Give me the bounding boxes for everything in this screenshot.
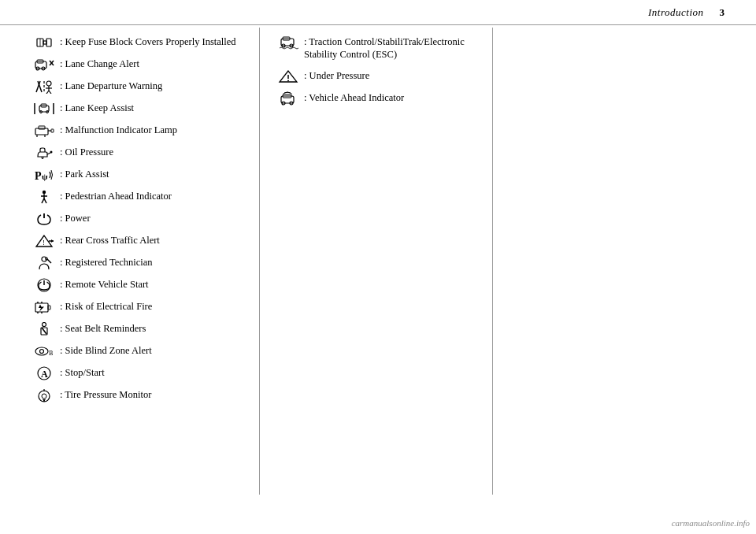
list-item: : Keep Fuse Block Covers Properly Instal…	[32, 35, 247, 50]
svg-marker-42	[51, 239, 54, 243]
list-item: A : Stop/Start	[32, 366, 247, 380]
lane-departure-label: : Lane Departure Warning	[60, 80, 162, 92]
blind-zone-label: : Side Blind Zone Alert	[60, 344, 152, 357]
svg-text:ψ: ψ	[42, 172, 48, 181]
svg-rect-27	[51, 129, 54, 132]
fuse-icon	[32, 35, 57, 50]
lane-departure-warning-icon	[32, 80, 57, 94]
svg-point-57	[40, 350, 44, 354]
seat-belt-icon	[32, 322, 57, 336]
park-assist-label: : Park Assist	[60, 168, 109, 180]
oil-pressure-icon	[32, 146, 57, 160]
under-pressure-label: : Under Pressure	[304, 69, 369, 82]
lane-keep-label: : Lane Keep Assist	[60, 102, 134, 114]
seat-belt-label: : Seat Belt Reminders	[60, 322, 146, 335]
svg-line-38	[44, 198, 46, 203]
svg-point-34	[43, 191, 46, 194]
list-item: : Under Pressure	[276, 69, 492, 83]
page-header: Introduction 3	[0, 0, 756, 25]
list-item: : Malfunction Indicator Lamp	[32, 124, 247, 138]
svg-line-17	[49, 91, 51, 94]
registered-technician-icon	[32, 256, 57, 270]
list-item: : Oil Pressure	[32, 146, 247, 160]
list-item: : Vehicle Ahead Indicator	[276, 91, 492, 106]
registered-technician-label: : Registered Technician	[60, 256, 153, 269]
third-column	[493, 28, 725, 495]
under-pressure-icon	[276, 69, 301, 83]
svg-point-72	[287, 80, 289, 81]
list-item: ! : Rear Cross Traffic Alert	[32, 234, 247, 248]
lane-change-label: : Lane Change Alert	[60, 57, 139, 70]
list-item: : Lane Change Alert	[32, 57, 247, 72]
lane-change-alert-icon	[32, 57, 57, 72]
list-item: : Lane Departure Warning	[32, 80, 247, 94]
list-item: B : Side Blind Zone Alert	[32, 344, 247, 358]
malfunction-indicator-icon	[32, 124, 57, 138]
svg-point-56	[35, 347, 48, 355]
keep-fuse-label: : Keep Fuse Block Covers Properly Instal…	[60, 35, 236, 48]
traction-control-label: : Traction Control/StabiliTrak/Electroni…	[304, 35, 492, 61]
traction-control-icon	[276, 35, 301, 50]
oil-pressure-label: : Oil Pressure	[60, 146, 113, 158]
power-label: : Power	[60, 212, 91, 224]
svg-text:P: P	[35, 170, 42, 182]
svg-point-31	[50, 151, 53, 154]
rear-cross-traffic-icon: !	[32, 234, 57, 248]
svg-point-13	[46, 81, 51, 86]
header-title: Introduction	[648, 6, 704, 19]
lane-keep-assist-icon	[32, 102, 57, 116]
blind-zone-alert-icon: B	[32, 344, 57, 358]
malfunction-label: : Malfunction Indicator Lamp	[60, 124, 177, 136]
svg-line-55	[42, 328, 46, 334]
left-column: : Keep Fuse Block Covers Properly Instal…	[32, 28, 260, 495]
watermark: carmanualsonline.info	[672, 518, 750, 528]
svg-rect-48	[48, 306, 50, 310]
list-item: : Seat Belt Reminders	[32, 322, 247, 336]
list-item: : Registered Technician	[32, 256, 247, 270]
content-area: : Keep Fuse Block Covers Properly Instal…	[32, 28, 724, 495]
right-column: : Traction Control/StabiliTrak/Electroni…	[260, 28, 493, 495]
list-item: : Risk of Electrical Fire	[32, 300, 247, 314]
svg-line-37	[42, 198, 44, 203]
svg-text:B: B	[49, 350, 53, 357]
vehicle-ahead-icon	[276, 91, 301, 106]
svg-text:!: !	[43, 239, 45, 247]
tire-pressure-label: : Tire Pressure Monitor	[60, 388, 151, 401]
pedestrian-label: : Pedestrian Ahead Indicator	[60, 190, 172, 202]
list-item: : Remote Vehicle Start	[32, 278, 247, 292]
rear-cross-traffic-label: : Rear Cross Traffic Alert	[60, 234, 160, 247]
stop-start-icon: A	[32, 366, 57, 380]
remote-vehicle-start-icon	[32, 278, 57, 292]
svg-point-62	[42, 394, 46, 399]
park-assist-icon: P ψ	[32, 168, 57, 182]
svg-line-16	[46, 91, 49, 94]
page-container: Introduction 3 : Keep Fuse Block Covers …	[0, 0, 756, 534]
electrical-fire-icon	[32, 300, 57, 314]
pedestrian-ahead-icon	[32, 190, 57, 204]
stop-start-label: : Stop/Start	[60, 366, 105, 379]
list-item: : Pedestrian Ahead Indicator	[32, 190, 247, 204]
remote-vehicle-start-label: : Remote Vehicle Start	[60, 278, 149, 291]
svg-rect-2	[46, 39, 51, 46]
list-item: : Tire Pressure Monitor	[32, 388, 247, 402]
tire-pressure-icon	[32, 388, 57, 402]
electrical-fire-label: : Risk of Electrical Fire	[60, 300, 152, 313]
svg-point-53	[43, 323, 46, 327]
list-item: : Lane Keep Assist	[32, 102, 247, 116]
header-page-number: 3	[720, 6, 725, 19]
svg-line-44	[47, 259, 51, 263]
list-item: P ψ : Park Assist	[32, 168, 247, 182]
list-item: : Traction Control/StabiliTrak/Electroni…	[276, 35, 492, 61]
power-icon	[32, 212, 57, 226]
vehicle-ahead-label: : Vehicle Ahead Indicator	[304, 91, 404, 104]
list-item: : Power	[32, 212, 247, 226]
svg-text:A: A	[41, 369, 48, 380]
